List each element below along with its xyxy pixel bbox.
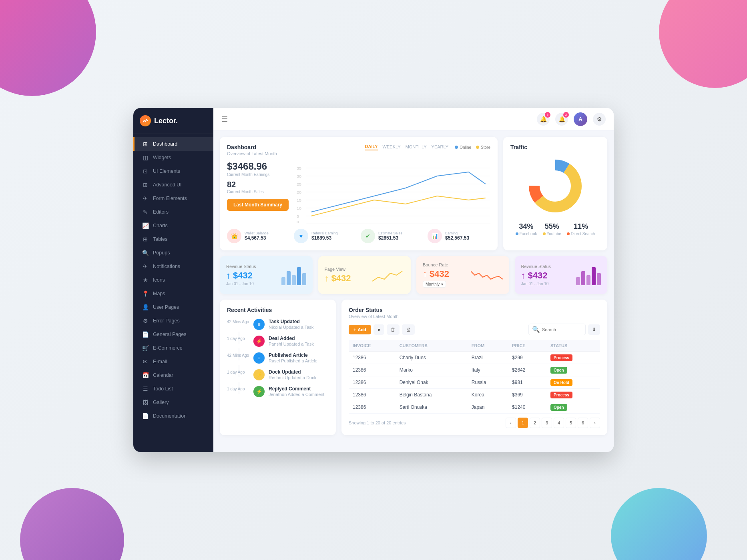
youtube-dot [543,232,546,235]
traffic-direct: 11% Direct Search [567,222,595,236]
sidebar-label-gallery: Gallery [153,400,169,405]
sidebar-item-error-pages[interactable]: ⚙ Error Pages [133,314,213,328]
export-button[interactable]: ⬇ [588,324,600,335]
status-badge: Open [550,367,567,374]
svg-point-25 [541,172,570,200]
cell-customer: Marko [396,364,468,376]
sidebar-label-form-elements: Form Elements [153,196,187,201]
traffic-card: Traffic [503,137,607,250]
topbar: ☰ 🔔 3 🔔 2 A ⚙ [213,108,614,130]
sidebar-item-form-elements[interactable]: ✈ Form Elements [133,192,213,205]
sidebar-item-documentation[interactable]: 📄 Documentation [133,409,213,423]
sidebar-label-popups: Popups [153,250,170,256]
add-button[interactable]: + Add [349,325,371,334]
sidebar-label-todo-list: Todo List [153,386,173,392]
todo-list-icon: ☰ [142,386,149,392]
sidebar-item-gallery[interactable]: 🖼 Gallery [133,396,213,409]
menu-icon[interactable]: ☰ [221,115,228,124]
sidebar-item-user-pages[interactable]: 👤 User Pages [133,300,213,314]
notifications-icon[interactable]: 🔔 3 [537,113,550,126]
prev-page-button[interactable]: ‹ [506,418,516,428]
sidebar-label-tables: Tables [153,236,167,242]
sidebar-item-tables[interactable]: ⊞ Tables [133,232,213,246]
earning-icon: 📊 [428,229,442,243]
chart-card: Dashboard Overview of Latest Month DAILY… [220,137,498,250]
activity-item: 1 day Ago ⚡ Dock Updated Reshmi Updated … [227,369,329,380]
pageview-chart [372,265,404,285]
next-page-button[interactable]: › [590,418,600,428]
sidebar-item-editors[interactable]: ✎ Editors [133,205,213,219]
sidebar-item-notifications[interactable]: ✈ Notifications [133,260,213,273]
ui-elements-icon: ⊡ [142,168,149,174]
sidebar-item-calendar[interactable]: 📅 Calendar [133,368,213,382]
sidebar-item-dashboard[interactable]: ⊞ Dashboard [133,137,213,151]
legend-store: Store [476,145,490,150]
summary-button[interactable]: Last Month Summary [227,199,289,211]
cell-price: $299 [508,352,546,364]
print-button[interactable]: 🖨 [402,324,415,335]
chart-tab-monthly[interactable]: MONTHLY [406,144,427,150]
icons-icon: ★ [142,277,149,283]
chart-tab-weekly[interactable]: WEEKLY [383,144,401,150]
page-body: Dashboard Overview of Latest Month DAILY… [213,130,614,452]
page-button-5[interactable]: 5 [566,418,576,428]
user-avatar[interactable]: A [574,112,587,126]
sidebar-item-general-pages[interactable]: 📄 General Pages [133,328,213,341]
cell-status: Process [546,352,600,364]
traffic-youtube: 55% Youtube [543,222,561,236]
chart-tab-daily[interactable]: DAILY [365,144,378,150]
col-price: PRICE [508,340,546,352]
page-button-4[interactable]: 4 [554,418,564,428]
chart-metrics: $3468.96 Current Month Earnings 82 Curre… [227,161,289,224]
activity-time: 1 day Ago [227,336,249,341]
sidebar-item-icons[interactable]: ★ Icons [133,273,213,287]
circle-button[interactable]: ● [374,324,384,335]
sidebar-item-advanced-ui[interactable]: ⊞ Advanced UI [133,178,213,192]
activity-event: Task Updated [269,319,313,324]
search-input[interactable] [542,327,582,332]
sidebar-label-charts: Charts [153,223,168,228]
chart-body: $3468.96 Current Month Earnings 82 Curre… [227,161,490,224]
sidebar-item-maps[interactable]: 📍 Maps [133,287,213,300]
earnings-value: $3468.96 [227,161,289,172]
sidebar-item-widgets[interactable]: ◫ Widgets [133,151,213,164]
monthly-dropdown[interactable]: Monthly ▾ [423,281,446,288]
sidebar-label-editors: Editors [153,209,169,215]
activity-desc: Reshmi Updated a Dock [269,375,316,380]
activity-item: 42 Mins Ago ≡ Published Article Rasel Pu… [227,352,329,364]
cell-from: Russia [468,376,508,389]
sidebar-label-user-pages: User Pages [153,304,179,310]
activity-desc: Nikolai Updated a Task [269,325,313,330]
sidebar-item-e-mail[interactable]: ✉ E-mail [133,355,213,368]
cell-invoice: 12386 [349,389,396,401]
sidebar-label-advanced-ui: Advanced UI [153,182,182,188]
widgets-icon: ◫ [142,154,149,161]
page-button-3[interactable]: 3 [542,418,552,428]
svg-text:20: 20 [297,190,302,194]
page-button-1[interactable]: 1 [518,418,528,428]
page-button-6[interactable]: 6 [578,418,588,428]
order-toolbar: + Add ● 🗑 🖨 🔍 ⬇ [349,324,600,335]
search-icon: 🔍 [532,326,540,333]
sidebar-item-ui-elements[interactable]: ⊡ UI Elements [133,164,213,178]
cell-status: Open [546,364,600,376]
alerts-icon[interactable]: 🔔 2 [555,113,568,126]
main-content: ☰ 🔔 3 🔔 2 A ⚙ [213,108,614,452]
trash-button[interactable]: 🗑 [387,324,400,335]
sidebar-item-popups[interactable]: 🔍 Popups [133,246,213,260]
page-button-2[interactable]: 2 [530,418,540,428]
sidebar-item-todo-list[interactable]: ☰ Todo List [133,382,213,396]
chart-tab-yearly[interactable]: YEARLY [432,144,449,150]
sidebar-label-error-pages: Error Pages [153,318,180,324]
col-status: STATUS [546,340,600,352]
sidebar-item-charts[interactable]: 📈 Charts [133,219,213,232]
online-dot [455,146,458,149]
user-pages-icon: 👤 [142,304,149,310]
settings-icon[interactable]: ⚙ [593,113,606,126]
chevron-down-icon: ▾ [441,282,443,286]
general-pages-icon: 📄 [142,331,149,338]
sidebar-item-e-commerce[interactable]: 🛒 E-Commerce [133,341,213,355]
sidebar-label-ui-elements: UI Elements [153,168,180,174]
activity-item: 42 Mins Ago ≡ Task Updated Nikolai Updat… [227,319,329,330]
activity-time: 1 day Ago [227,386,249,391]
